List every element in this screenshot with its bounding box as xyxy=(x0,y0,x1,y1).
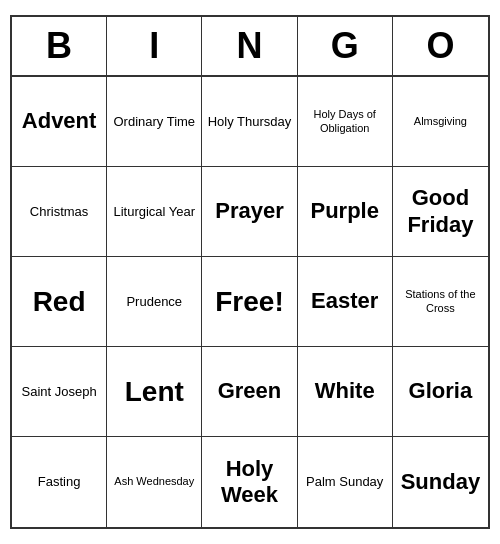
bingo-cell-text-0: Advent xyxy=(22,108,97,134)
bingo-cell-22[interactable]: Holy Week xyxy=(202,437,297,527)
bingo-cell-text-20: Fasting xyxy=(38,474,81,490)
bingo-cell-1[interactable]: Ordinary Time xyxy=(107,77,202,167)
header-letter-g: G xyxy=(298,17,393,75)
bingo-cell-text-1: Ordinary Time xyxy=(113,114,195,130)
bingo-cell-12[interactable]: Free! xyxy=(202,257,297,347)
bingo-cell-24[interactable]: Sunday xyxy=(393,437,488,527)
bingo-cell-text-2: Holy Thursday xyxy=(208,114,292,130)
bingo-cell-text-19: Gloria xyxy=(409,378,473,404)
bingo-header: BINGO xyxy=(12,17,488,77)
header-letter-b: B xyxy=(12,17,107,75)
bingo-cell-14[interactable]: Stations of the Cross xyxy=(393,257,488,347)
header-letter-i: I xyxy=(107,17,202,75)
bingo-cell-2[interactable]: Holy Thursday xyxy=(202,77,297,167)
bingo-cell-text-6: Liturgical Year xyxy=(113,204,195,220)
bingo-cell-4[interactable]: Almsgiving xyxy=(393,77,488,167)
bingo-cell-5[interactable]: Christmas xyxy=(12,167,107,257)
bingo-cell-17[interactable]: Green xyxy=(202,347,297,437)
bingo-cell-text-23: Palm Sunday xyxy=(306,474,383,490)
bingo-cell-10[interactable]: Red xyxy=(12,257,107,347)
bingo-cell-15[interactable]: Saint Joseph xyxy=(12,347,107,437)
bingo-cell-text-17: Green xyxy=(218,378,282,404)
bingo-cell-text-3: Holy Days of Obligation xyxy=(302,108,388,134)
bingo-cell-19[interactable]: Gloria xyxy=(393,347,488,437)
bingo-cell-text-7: Prayer xyxy=(215,198,284,224)
bingo-cell-8[interactable]: Purple xyxy=(298,167,393,257)
bingo-cell-text-18: White xyxy=(315,378,375,404)
bingo-cell-text-11: Prudence xyxy=(126,294,182,310)
bingo-cell-9[interactable]: Good Friday xyxy=(393,167,488,257)
bingo-cell-3[interactable]: Holy Days of Obligation xyxy=(298,77,393,167)
bingo-card: BINGO AdventOrdinary TimeHoly ThursdayHo… xyxy=(10,15,490,529)
bingo-cell-23[interactable]: Palm Sunday xyxy=(298,437,393,527)
bingo-cell-text-22: Holy Week xyxy=(206,456,292,509)
bingo-cell-11[interactable]: Prudence xyxy=(107,257,202,347)
bingo-cell-text-9: Good Friday xyxy=(397,185,484,238)
bingo-cell-text-12: Free! xyxy=(215,285,283,319)
header-letter-o: O xyxy=(393,17,488,75)
bingo-cell-20[interactable]: Fasting xyxy=(12,437,107,527)
bingo-cell-text-10: Red xyxy=(33,285,86,319)
bingo-cell-16[interactable]: Lent xyxy=(107,347,202,437)
bingo-cell-6[interactable]: Liturgical Year xyxy=(107,167,202,257)
header-letter-n: N xyxy=(202,17,297,75)
bingo-grid: AdventOrdinary TimeHoly ThursdayHoly Day… xyxy=(12,77,488,527)
bingo-cell-13[interactable]: Easter xyxy=(298,257,393,347)
bingo-cell-text-4: Almsgiving xyxy=(414,115,467,128)
bingo-cell-text-5: Christmas xyxy=(30,204,89,220)
bingo-cell-text-21: Ash Wednesday xyxy=(114,475,194,488)
bingo-cell-text-13: Easter xyxy=(311,288,378,314)
bingo-cell-text-15: Saint Joseph xyxy=(22,384,97,400)
bingo-cell-text-8: Purple xyxy=(310,198,378,224)
bingo-cell-7[interactable]: Prayer xyxy=(202,167,297,257)
bingo-cell-21[interactable]: Ash Wednesday xyxy=(107,437,202,527)
bingo-cell-text-14: Stations of the Cross xyxy=(397,288,484,314)
bingo-cell-text-24: Sunday xyxy=(401,469,480,495)
bingo-cell-text-16: Lent xyxy=(125,375,184,409)
bingo-cell-0[interactable]: Advent xyxy=(12,77,107,167)
bingo-cell-18[interactable]: White xyxy=(298,347,393,437)
